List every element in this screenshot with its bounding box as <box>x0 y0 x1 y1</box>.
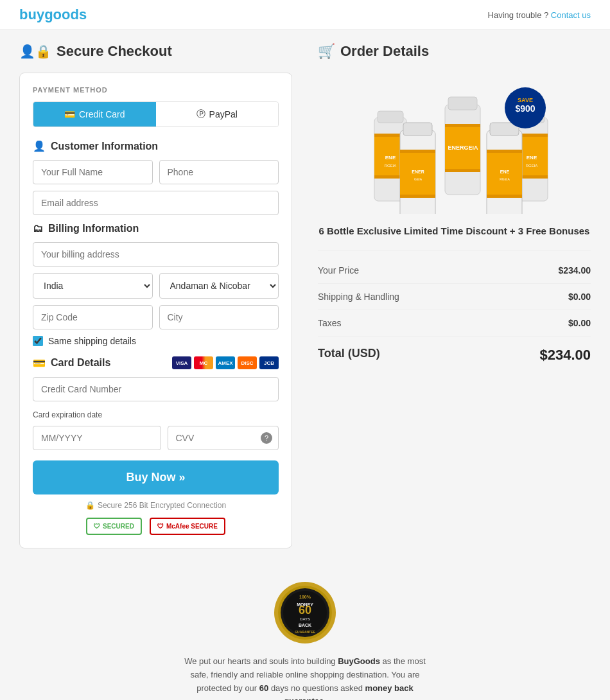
money-back-badge: 100% MONEY 60 DAYS BACK GUARANTEE <box>273 581 337 645</box>
same-shipping-checkbox[interactable] <box>33 336 43 346</box>
contact-link[interactable]: Contact us <box>551 10 591 20</box>
buy-now-button[interactable]: Buy Now » <box>33 460 279 494</box>
zip-input[interactable] <box>33 305 153 329</box>
security-text: 🔒 Secure 256 Bit Encrypted Connection <box>33 501 279 510</box>
amex-logo: AMEX <box>216 356 235 369</box>
name-phone-row <box>33 160 279 184</box>
cart-icon: 🛒 <box>318 43 335 60</box>
your-price-value: $234.00 <box>558 265 591 276</box>
svg-text:BACK: BACK <box>299 623 311 627</box>
paypal-label: PayPal <box>209 109 238 119</box>
svg-text:RGEIA: RGEIA <box>500 177 510 181</box>
trouble-text: Having trouble ? <box>488 10 549 20</box>
tab-paypal[interactable]: Ⓟ PayPal <box>156 102 279 127</box>
city-input[interactable] <box>159 305 279 329</box>
credit-card-icon: 💳 <box>64 109 75 119</box>
svg-rect-15 <box>448 97 477 110</box>
footer-desc-end: days no questions asked <box>268 683 365 693</box>
header-right: Having trouble ? Contact us <box>488 10 591 20</box>
country-select[interactable]: India <box>33 273 153 299</box>
money-back-text: We put our hearts and souls into buildin… <box>177 655 433 700</box>
logo-buy: buy <box>19 6 44 22</box>
svg-rect-17 <box>445 124 480 127</box>
email-row <box>33 191 279 215</box>
left-column: 👤🔒 Secure Checkout PAYMENT METHOD 💳 Cred… <box>19 43 292 548</box>
paypal-icon: Ⓟ <box>196 109 205 120</box>
guarantee-badge-svg: 100% MONEY 60 DAYS BACK GUARANTEE <box>273 581 337 645</box>
footer-days: 60 <box>259 683 268 693</box>
payment-tabs: 💳 Credit Card Ⓟ PayPal <box>33 101 279 127</box>
right-column: 🛒 Order Details ENE RGEIA <box>318 43 591 548</box>
mcafee-badge: 🛡 McAfee SECURE <box>150 518 225 535</box>
secure-icon: 👤🔒 <box>19 44 51 59</box>
logo: buygoods <box>19 6 87 23</box>
billing-icon: 🗂 <box>33 223 43 234</box>
svg-text:ENE: ENE <box>526 155 537 161</box>
svg-text:SAVE: SAVE <box>518 97 533 103</box>
svg-rect-18 <box>445 169 480 172</box>
state-select[interactable]: Andaman & Nicobar <box>159 273 279 299</box>
svg-text:ENERGEIA: ENERGEIA <box>448 144 478 151</box>
mcafee-icon: 🛡 <box>157 523 164 530</box>
zip-city-row <box>33 305 279 329</box>
checkout-section-title: 👤🔒 Secure Checkout <box>19 43 292 60</box>
shipping-label: Shipping & Handling <box>318 292 399 302</box>
price-section: Your Price $234.00 Shipping & Handling $… <box>318 250 591 337</box>
card-icon: 💳 <box>33 357 46 369</box>
secured-badge: 🛡 SECURED <box>86 518 142 535</box>
expiry-input[interactable] <box>33 426 161 450</box>
svg-text:ENE: ENE <box>385 155 396 161</box>
same-shipping-row: Same shipping details <box>33 336 279 346</box>
discover-logo: DISC <box>238 356 257 369</box>
card-details-title: 💳 Card Details <box>33 357 110 369</box>
trust-badges: 🛡 SECURED 🛡 McAfee SECURE <box>33 518 279 535</box>
svg-text:ENER: ENER <box>412 170 424 174</box>
credit-card-label: Credit Card <box>79 109 125 119</box>
svg-text:$900: $900 <box>515 103 535 114</box>
email-input[interactable] <box>33 191 279 215</box>
your-price-row: Your Price $234.00 <box>318 258 591 284</box>
total-label: Total (USD) <box>318 347 380 363</box>
svg-text:60: 60 <box>299 604 311 617</box>
taxes-row: Taxes $0.00 <box>318 310 591 337</box>
product-svg: ENE RGEIA ENE RGEIA <box>352 73 557 214</box>
country-state-row: India Andaman & Nicobar <box>33 273 279 299</box>
person-icon: 👤 <box>33 140 46 152</box>
billing-info-title: 🗂 Billing Information <box>33 223 279 234</box>
svg-text:RGEIA: RGEIA <box>525 164 537 168</box>
svg-rect-30 <box>487 150 522 153</box>
svg-text:GUARANTEE: GUARANTEE <box>295 630 315 634</box>
svg-text:RGEIA: RGEIA <box>384 164 396 168</box>
shipping-value: $0.00 <box>568 292 591 302</box>
svg-text:DAYS: DAYS <box>300 617 310 621</box>
shipping-row: Shipping & Handling $0.00 <box>318 284 591 310</box>
cvv-help-icon[interactable]: ? <box>261 432 272 444</box>
total-value: $234.00 <box>539 347 591 363</box>
tab-credit-card[interactable]: 💳 Credit Card <box>33 102 156 127</box>
svg-text:100%: 100% <box>299 595 311 599</box>
svg-rect-24 <box>400 195 435 198</box>
product-bottles: ENE RGEIA ENE RGEIA <box>352 73 557 214</box>
main-container: 👤🔒 Secure Checkout PAYMENT METHOD 💳 Cred… <box>0 30 610 561</box>
card-logos: VISA MC AMEX DISC JCB <box>172 356 279 369</box>
full-name-input[interactable] <box>33 160 153 184</box>
billing-address-input[interactable] <box>33 242 279 267</box>
cc-number-input[interactable] <box>33 377 279 401</box>
svg-rect-31 <box>487 195 522 198</box>
checkout-title: Secure Checkout <box>57 43 172 60</box>
svg-rect-21 <box>403 123 432 136</box>
phone-input[interactable] <box>159 160 279 184</box>
cvv-wrapper: ? <box>168 426 279 450</box>
same-shipping-label: Same shipping details <box>48 336 136 346</box>
billing-address-row <box>33 242 279 267</box>
taxes-value: $0.00 <box>568 318 591 328</box>
expiry-cvv-row: ? <box>33 426 279 450</box>
header: buygoods Having trouble ? Contact us <box>0 0 610 30</box>
visa-logo: VISA <box>172 356 191 369</box>
payment-method-label: PAYMENT METHOD <box>33 86 279 94</box>
order-section-title: 🛒 Order Details <box>318 43 591 60</box>
total-row: Total (USD) $234.00 <box>318 337 591 374</box>
lock-icon: 🔒 <box>85 501 95 510</box>
svg-text:GEIA: GEIA <box>414 177 423 181</box>
mastercard-logo: MC <box>194 356 213 369</box>
